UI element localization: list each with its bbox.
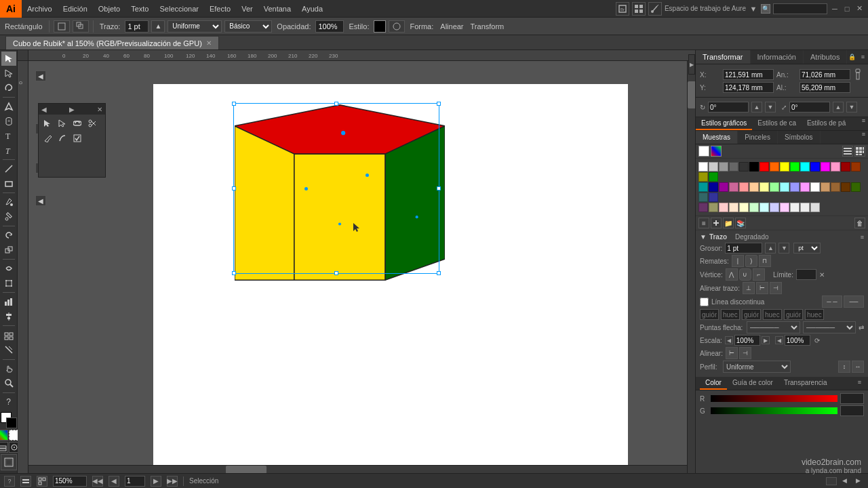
swatch-slate[interactable] [698,192,708,202]
swatch-teal[interactable] [698,182,708,192]
swatch-new-btn[interactable] [711,218,722,228]
swatch-pink[interactable] [831,162,840,171]
hueco1-input[interactable] [721,309,740,320]
next-page-btn[interactable]: ▶▶ [167,476,178,487]
grid-icon[interactable] [632,2,646,16]
graph-tool-btn[interactable] [1,295,16,309]
paintbucket-tool-btn[interactable] [1,195,16,209]
canvas-area[interactable]: ◀ ▶ ✕ [18,50,695,473]
swatch-folder-btn[interactable]: 📁 [723,218,734,228]
brush-icon[interactable] [648,2,662,16]
question-btn[interactable]: ? [1,395,16,409]
tab-pinceles[interactable]: Pinceles [738,131,778,144]
y-input[interactable] [723,82,774,93]
stroke-options-btn[interactable]: ≡ [861,234,864,241]
panel-options-btn[interactable]: ≡ [858,52,867,62]
opacidad-input[interactable] [315,20,344,33]
dash1-input[interactable] [700,309,719,320]
vertical-scrollbar[interactable] [687,61,695,473]
rot-input[interactable] [708,102,749,113]
swatch-brown[interactable] [851,162,861,171]
fp-curvature[interactable] [55,131,70,146]
swatch-plum[interactable] [698,203,708,212]
tab-transformar[interactable]: Transformar [696,50,751,64]
perfil-flip-v-btn[interactable]: ↕ [838,361,850,373]
side-panel-icon-1[interactable]: ◀ [35,70,46,81]
rot-up-btn[interactable]: ▲ [751,102,762,113]
swatch-black[interactable] [749,162,759,171]
swatch-white[interactable] [698,162,708,171]
swatch-peach[interactable] [749,182,759,192]
vertice-miter-btn[interactable]: ⋀ [726,268,738,281]
r-slider[interactable] [711,395,837,402]
rot-down-btn[interactable]: ▼ [765,102,776,113]
grosor-input[interactable] [725,243,762,253]
next-btn[interactable]: ▶ [151,476,161,487]
bridge-icon[interactable]: Br [616,2,629,16]
vertice-round-btn[interactable]: ∪ [739,268,751,281]
menu-texto[interactable]: Texto [125,0,154,17]
trazo-input[interactable] [125,20,149,33]
tab-informacion[interactable]: Información [751,50,804,64]
gs-tab-graficos[interactable]: Estilos gráficos [696,117,752,130]
shear-down-btn[interactable]: ▼ [846,102,857,113]
swatch-cream[interactable] [729,203,738,212]
swatch-offwhite[interactable] [790,203,800,212]
punta-inicio-select[interactable]: ────── [747,321,800,333]
nav-right-btn[interactable]: ▶ [856,477,864,485]
swatch-blush[interactable] [719,203,728,212]
selection-tool-btn[interactable] [1,52,16,66]
swatch-red[interactable] [760,162,769,171]
gs-tab-caracteres[interactable]: Estilos de ca [752,117,802,130]
screen-mode-btn[interactable] [1,454,17,470]
swatch-tan[interactable] [821,182,830,192]
menu-ver[interactable]: Ver [236,0,258,17]
pen-tool-btn[interactable] [1,100,16,114]
stroke-color-swatch[interactable] [374,20,386,33]
swatch-cyan[interactable] [800,162,810,171]
dash2-input[interactable] [742,309,761,320]
tab-transparencia[interactable]: Transparencia [778,377,833,390]
al-input[interactable] [800,82,850,93]
swatch-gray4[interactable] [739,162,749,171]
color-mode-btn[interactable] [0,430,8,441]
alinear2-right-btn[interactable]: ⊣ [739,347,751,359]
grosor-down-btn[interactable]: ▼ [778,243,789,253]
alinear-inner-btn[interactable]: ⊢ [756,282,768,294]
stroke-color-box[interactable] [6,418,17,428]
alinear-center-btn[interactable]: ⊥ [743,282,755,294]
puntas-swap-btn[interactable]: ⇄ [859,324,864,331]
swatch-sage[interactable] [709,203,718,212]
search-icon[interactable]: 🔍 [761,4,770,14]
menu-seleccionar[interactable]: Seleccionar [154,0,203,17]
swatches-list-view-btn[interactable] [842,146,853,157]
type-tool-btn[interactable]: T [1,129,16,143]
escala1-input[interactable] [734,335,760,346]
swatch-chocolate[interactable] [841,182,850,192]
tab-close-btn[interactable]: ✕ [206,39,212,47]
dash-style-1-btn[interactable]: ─ ─ [822,296,842,308]
menu-ventana[interactable]: Ventana [258,0,296,17]
shear-input[interactable] [789,102,830,113]
swatch-indigo[interactable] [709,192,718,202]
dash3-input[interactable] [784,309,803,320]
prev-page-btn[interactable]: ◀◀ [92,476,103,487]
swatch-lightgray[interactable] [800,203,810,212]
swatch-lightred[interactable] [739,182,749,192]
status-art-btn[interactable] [37,476,47,487]
gs-options-btn[interactable]: ≡ [862,117,868,130]
fp-selection[interactable] [40,116,55,131]
brush-options-btn[interactable] [389,20,405,33]
grosor-up-btn[interactable]: ▲ [765,243,776,253]
layer-btn[interactable] [0,442,8,453]
maximize-btn[interactable]: □ [842,4,852,14]
swatch-lightblue[interactable] [790,182,800,192]
align-tool-btn[interactable] [1,310,16,324]
menu-edicion[interactable]: Edición [58,0,93,17]
document-tab[interactable]: Cubo de Rubik* al 150% (RGB/Previsualiza… [5,36,219,49]
alinear2-left-btn[interactable]: ⊢ [726,347,738,359]
page-input[interactable] [125,476,145,487]
tab-muestras[interactable]: Muestras [696,131,738,144]
artboard-tool-btn[interactable] [1,328,16,342]
stroke-style-select[interactable]: Uniforme [167,20,222,33]
